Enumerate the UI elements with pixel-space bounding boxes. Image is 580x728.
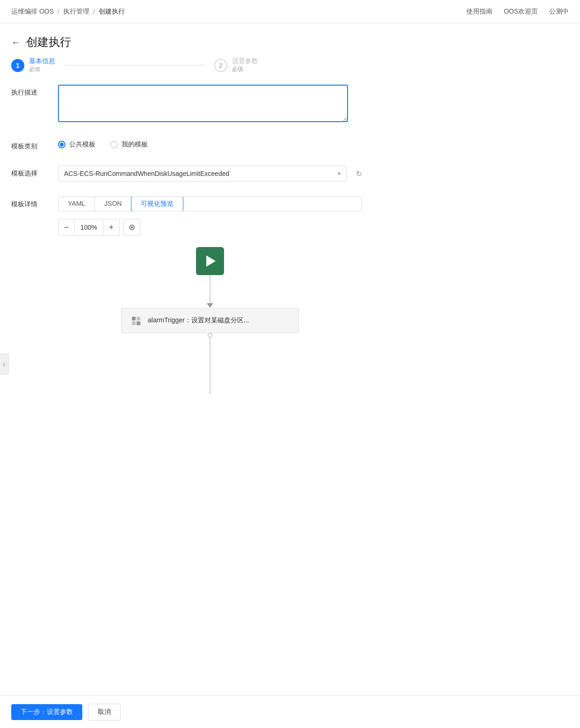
left-tab[interactable]: ‹	[0, 353, 9, 375]
breadcrumb: 运维编排 OOS / 执行管理 / 创建执行	[11, 7, 125, 16]
zoom-minus-button[interactable]: −	[58, 219, 75, 236]
breadcrumb-item-2[interactable]: 执行管理	[63, 7, 89, 16]
breadcrumb-item-1[interactable]: 运维编排 OOS	[11, 7, 54, 16]
tab-yaml[interactable]: YAML	[58, 197, 95, 211]
nav-link-beta[interactable]: 公测中	[549, 7, 569, 16]
nav-link-guide[interactable]: 使用指南	[466, 7, 493, 16]
description-row: 执行描述 ⌟	[11, 85, 569, 124]
step-2-sublabel: 必填	[232, 66, 258, 73]
radio-public-outer	[58, 141, 65, 148]
resize-icon: ⌟	[343, 115, 346, 122]
radio-group: 公共模板 我的模板	[58, 138, 362, 149]
radio-public-inner	[60, 143, 64, 146]
radio-my-outer	[110, 141, 118, 148]
radio-my-template[interactable]: 我的模板	[110, 140, 148, 149]
play-icon	[206, 255, 216, 267]
zoom-plus-button[interactable]: +	[103, 219, 120, 236]
connector-top	[207, 275, 213, 308]
tab-json[interactable]: JSON	[95, 197, 131, 211]
fit-view-button[interactable]	[123, 219, 140, 236]
zoom-controls: − 100% +	[58, 219, 362, 236]
radio-my-label: 我的模板	[122, 140, 148, 149]
step-1-label: 基本信息	[29, 57, 55, 66]
connector-arrow-top	[207, 303, 213, 308]
template-category-row: 模板类别 公共模板 我的模板	[11, 138, 569, 151]
template-detail-label: 模板详情	[11, 197, 58, 209]
template-select-label: 模板选择	[11, 166, 58, 178]
bottom-toolbar: 下一步：设置参数 取消	[0, 695, 580, 728]
alarm-trigger-label: alarmTrigger：设置对某磁盘分区...	[148, 316, 249, 325]
breadcrumb-sep-2: /	[93, 8, 95, 15]
description-textarea[interactable]	[58, 85, 348, 122]
cancel-button[interactable]: 取消	[88, 704, 121, 721]
tab-visual-preview[interactable]: 可视化预览	[131, 197, 183, 211]
bottom-connector	[208, 333, 212, 394]
connector-vert-bottom	[210, 338, 210, 394]
description-label: 执行描述	[11, 85, 58, 97]
svg-point-1	[131, 226, 133, 228]
radio-public-label: 公共模板	[69, 140, 95, 149]
breadcrumb-sep-1: /	[58, 8, 59, 15]
svg-rect-3	[132, 321, 136, 325]
alarm-trigger-node[interactable]: alarmTrigger：设置对某磁盘分区...	[121, 308, 299, 333]
back-button[interactable]: ←	[11, 37, 21, 48]
template-category-control: 公共模板 我的模板	[58, 138, 362, 149]
steps-bar: 1 基本信息 必填 2 设置参数 必填	[0, 57, 580, 85]
step-1: 1 基本信息 必填	[11, 57, 55, 73]
template-detail-row: 模板详情 YAML JSON 可视化预览 − 100% +	[11, 197, 569, 481]
breadcrumb-item-3: 创建执行	[99, 7, 125, 16]
template-detail-tabs: YAML JSON 可视化预览	[58, 197, 362, 211]
step-1-sublabel: 必填	[29, 66, 55, 73]
svg-rect-4	[137, 317, 140, 320]
step-1-circle: 1	[11, 59, 24, 72]
step-2: 2 设置参数 必填	[214, 57, 258, 73]
template-select-control: ACS-ECS-RunCommandWhenDiskUsageLimitExce…	[58, 166, 362, 182]
next-step-button[interactable]: 下一步：设置参数	[11, 704, 82, 720]
zoom-value-display: 100%	[75, 219, 103, 236]
select-wrapper: ACS-ECS-RunCommandWhenDiskUsageLimitExce…	[58, 166, 362, 182]
nav-links: 使用指南 OOS欢迎页 公测中	[466, 7, 569, 16]
top-nav: 运维编排 OOS / 执行管理 / 创建执行 使用指南 OOS欢迎页 公测中	[0, 0, 580, 23]
page-title: 创建执行	[26, 35, 71, 50]
description-control: ⌟	[58, 85, 362, 124]
svg-rect-2	[132, 317, 136, 320]
template-detail-control: YAML JSON 可视化预览 − 100% +	[58, 197, 362, 481]
bottom-spacer	[0, 496, 580, 533]
step-2-label: 设置参数	[232, 57, 258, 66]
step-line	[65, 65, 205, 66]
template-category-label: 模板类别	[11, 138, 58, 151]
connector-dot-bottom	[208, 333, 212, 338]
radio-public-template[interactable]: 公共模板	[58, 140, 95, 149]
template-select-row: 模板选择 ACS-ECS-RunCommandWhenDiskUsageLimi…	[11, 166, 569, 182]
chevron-down-icon: ▾	[338, 170, 341, 177]
alarm-trigger-icon	[131, 315, 142, 326]
reload-icon[interactable]: ↻	[356, 169, 362, 178]
flow-canvas: alarmTrigger：设置对某磁盘分区...	[58, 247, 362, 481]
step-2-circle: 2	[214, 59, 227, 72]
svg-rect-5	[137, 321, 140, 325]
form-container: 执行描述 ⌟ 模板类别 公共模板 我的模板	[0, 85, 580, 481]
connector-line-top	[210, 275, 210, 303]
textarea-wrapper: ⌟	[58, 85, 348, 124]
template-select-box[interactable]: ACS-ECS-RunCommandWhenDiskUsageLimitExce…	[58, 166, 347, 182]
nav-link-welcome[interactable]: OOS欢迎页	[504, 7, 538, 16]
template-select-value: ACS-ECS-RunCommandWhenDiskUsageLimitExce…	[64, 170, 338, 177]
flow-start-node	[196, 247, 224, 275]
page-header: ← 创建执行	[0, 23, 580, 57]
